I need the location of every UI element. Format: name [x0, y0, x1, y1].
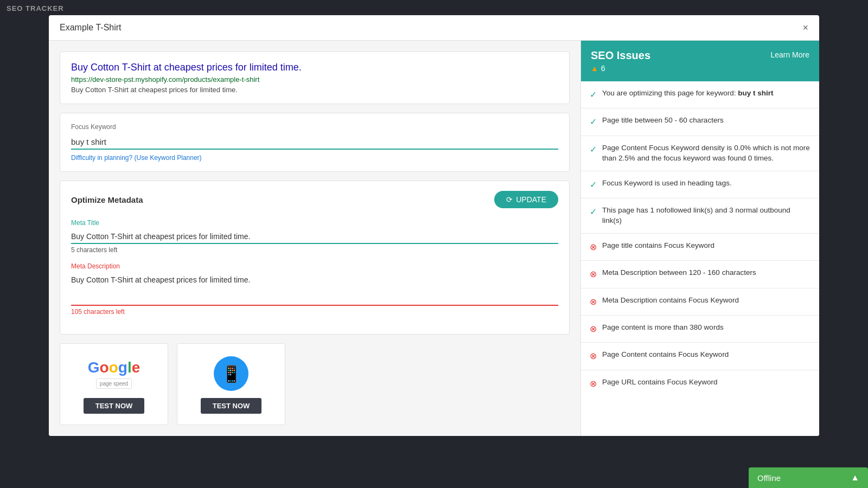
- seo-items-list: ✓You are optimizing this page for keywor…: [581, 81, 819, 397]
- learn-more-link[interactable]: Learn More: [770, 50, 809, 59]
- seo-item-text: Focus Keyword is used in heading tags.: [602, 178, 732, 189]
- seo-item-text: Meta Description between 120 - 160 chara…: [602, 268, 756, 278]
- keyword-planner-hint[interactable]: Difficulty in planning? (Use Keyword Pla…: [71, 154, 558, 162]
- optimize-metadata-card: Optimize Metadata ⟳ UPDATE Meta Title 5 …: [60, 181, 570, 335]
- seo-list-item: ⊗Page Content contains Focus Keyword: [581, 343, 819, 370]
- main-content: Buy Cotton T-Shirt at cheapest prices fo…: [49, 41, 580, 436]
- seo-sidebar: SEO Issues ▲ 6 Learn More ✓You are optim…: [580, 41, 819, 436]
- warning-triangle-icon: ▲: [591, 64, 598, 73]
- seo-item-text: Meta Description contains Focus Keyword: [602, 296, 739, 306]
- error-icon: ⊗: [590, 296, 597, 308]
- modal-body: Buy Cotton T-Shirt at cheapest prices fo…: [49, 41, 819, 436]
- meta-title-chars-left: 5 characters left: [71, 246, 558, 254]
- search-preview-card: Buy Cotton T-Shirt at cheapest prices fo…: [60, 52, 570, 104]
- seo-list-item: ✓Page Content Focus Keyword density is 0…: [581, 136, 819, 171]
- offline-label: Offline: [757, 473, 781, 483]
- optimize-metadata-title: Optimize Metadata: [71, 195, 143, 204]
- seo-issues-number: 6: [601, 64, 605, 73]
- google-pagespeed-test-button[interactable]: TEST NOW: [84, 398, 145, 414]
- google-pagespeed-icon: Google page speed: [95, 355, 133, 393]
- meta-title-label: Meta Title: [71, 219, 558, 227]
- modal-overlay: Example T-Shirt × Buy Cotton T-Shirt at …: [0, 0, 868, 488]
- mobile-test-button[interactable]: TEST NOW: [201, 398, 262, 414]
- error-icon: ⊗: [590, 268, 597, 280]
- optimize-metadata-header: Optimize Metadata ⟳ UPDATE: [71, 191, 558, 208]
- check-icon: ✓: [590, 179, 597, 191]
- seo-item-text: This page has 1 nofollowed link(s) and 3…: [602, 206, 810, 226]
- test-cards-row: Google page speed TEST NOW 📱 TEST NOW: [60, 343, 570, 425]
- offline-chevron-icon[interactable]: ▲: [851, 473, 859, 483]
- check-icon: ✓: [590, 206, 597, 218]
- seo-list-item: ⊗Meta Description contains Focus Keyword: [581, 288, 819, 316]
- seo-item-text: Page content is more than 380 words: [602, 323, 724, 333]
- update-button[interactable]: ⟳ UPDATE: [494, 191, 558, 208]
- error-icon: ⊗: [590, 323, 597, 335]
- meta-description-textarea[interactable]: [71, 273, 558, 306]
- meta-description-label: Meta Description: [71, 262, 558, 270]
- modal-title: Example T-Shirt: [60, 23, 122, 33]
- google-pagespeed-card: Google page speed TEST NOW: [60, 343, 168, 425]
- mobile-test-icon: 📱: [212, 355, 250, 393]
- google-logo: Google: [88, 359, 140, 376]
- mobile-test-card: 📱 TEST NOW: [177, 343, 285, 425]
- seo-item-text: Page Content Focus Keyword density is 0.…: [602, 143, 810, 164]
- refresh-icon: ⟳: [506, 195, 513, 204]
- seo-list-item: ⊗Page title contains Focus Keyword: [581, 234, 819, 261]
- seo-header: SEO Issues ▲ 6 Learn More: [581, 41, 819, 81]
- update-button-label: UPDATE: [516, 195, 546, 204]
- error-icon: ⊗: [590, 241, 597, 253]
- search-preview-description: Buy Cotton T-Shirt at cheapest prices fo…: [71, 86, 558, 94]
- seo-item-text: Page title contains Focus Keyword: [602, 241, 714, 251]
- error-icon: ⊗: [590, 350, 597, 362]
- seo-list-item: ⊗Page URL contains Focus Keyword: [581, 370, 819, 397]
- seo-issues-count: ▲ 6: [591, 64, 650, 73]
- seo-list-item: ✓You are optimizing this page for keywor…: [581, 81, 819, 108]
- offline-bar: Offline ▲: [749, 467, 868, 488]
- focus-keyword-card: Focus Keyword Difficulty in planning? (U…: [60, 113, 570, 172]
- meta-description-chars-left: 105 characters left: [71, 308, 558, 316]
- modal-header: Example T-Shirt ×: [49, 15, 819, 41]
- search-preview-url: https://dev-store-pst.myshopify.com/prod…: [71, 75, 558, 84]
- seo-list-item: ⊗Meta Description between 120 - 160 char…: [581, 261, 819, 288]
- error-icon: ⊗: [590, 378, 597, 390]
- seo-list-item: ✓This page has 1 nofollowed link(s) and …: [581, 198, 819, 234]
- search-preview-title[interactable]: Buy Cotton T-Shirt at cheapest prices fo…: [71, 62, 558, 73]
- seo-issues-title: SEO Issues: [591, 49, 650, 62]
- page-speed-label: page speed: [96, 378, 132, 389]
- seo-item-text: Page URL contains Focus Keyword: [602, 377, 718, 388]
- seo-list-item: ✓Focus Keyword is used in heading tags.: [581, 171, 819, 198]
- check-icon: ✓: [590, 89, 597, 101]
- seo-item-text: You are optimizing this page for keyword…: [602, 88, 773, 99]
- seo-item-text: Page title between 50 - 60 characters: [602, 115, 724, 126]
- seo-list-item: ✓Page title between 50 - 60 characters: [581, 108, 819, 136]
- check-icon: ✓: [590, 116, 597, 128]
- check-icon: ✓: [590, 144, 597, 156]
- focus-keyword-label: Focus Keyword: [71, 123, 558, 131]
- seo-list-item: ⊗Page content is more than 380 words: [581, 316, 819, 343]
- modal: Example T-Shirt × Buy Cotton T-Shirt at …: [49, 15, 819, 436]
- seo-item-text: Page Content contains Focus Keyword: [602, 350, 729, 360]
- modal-close-button[interactable]: ×: [802, 23, 808, 33]
- focus-keyword-input[interactable]: [71, 135, 558, 150]
- mobile-icon: 📱: [214, 356, 248, 391]
- meta-title-input[interactable]: [71, 230, 558, 244]
